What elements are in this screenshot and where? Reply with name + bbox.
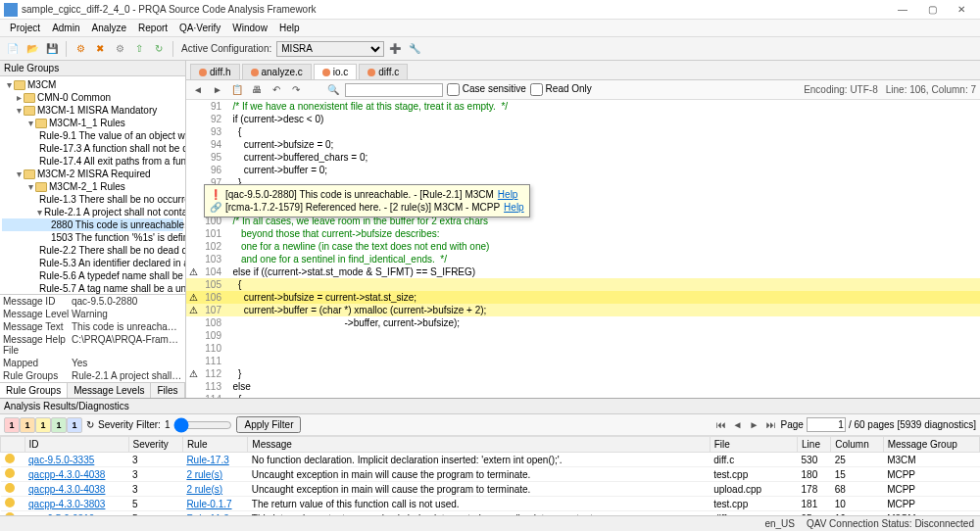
- tree-node[interactable]: ▾M3CM-2 MISRA Required: [2, 168, 183, 180]
- diagnostics-table[interactable]: IDSeverityRuleMessageFileLineColumnMessa…: [0, 436, 980, 524]
- severity-button-1[interactable]: 1: [4, 417, 20, 433]
- case-sensitive-checkbox[interactable]: Case sensitive: [447, 83, 526, 96]
- code-line[interactable]: 111: [186, 355, 980, 367]
- filter-refresh-icon[interactable]: ↻: [86, 419, 94, 430]
- maximize-button[interactable]: ▢: [917, 1, 947, 19]
- diag-row[interactable]: qacpp-4.3.0-403832 rule(s)Uncaught excep…: [1, 482, 980, 497]
- menu-admin[interactable]: Admin: [46, 21, 85, 35]
- diag-col-header[interactable]: Message Group: [883, 437, 979, 453]
- code-line[interactable]: 91 /* If we have a nonexistent file at t…: [186, 100, 980, 113]
- minimize-button[interactable]: —: [888, 1, 917, 19]
- page-next-icon[interactable]: ►: [748, 418, 761, 432]
- print-icon[interactable]: 🖶: [249, 82, 265, 98]
- upload-icon[interactable]: ⇧: [130, 40, 148, 58]
- menu-analyze[interactable]: Analyze: [85, 21, 132, 35]
- new-project-icon[interactable]: 📄: [4, 40, 22, 58]
- page-last-icon[interactable]: ⏭: [764, 418, 778, 432]
- tree-node[interactable]: Rule-5.3 An identifier declared in an in…: [2, 257, 183, 269]
- severity-slider[interactable]: [173, 417, 232, 433]
- page-prev-icon[interactable]: ◄: [731, 418, 745, 432]
- file-tab[interactable]: io.c: [314, 64, 358, 79]
- code-line[interactable]: 95 current->buffered_chars = 0;: [186, 151, 980, 164]
- page-first-icon[interactable]: ⏮: [714, 418, 728, 432]
- code-line[interactable]: 96 current->buffer = 0;: [186, 164, 980, 176]
- copy-icon[interactable]: 📋: [229, 82, 245, 98]
- severity-button-5[interactable]: 1: [67, 417, 82, 433]
- menu-help[interactable]: Help: [273, 21, 306, 35]
- clean-icon[interactable]: ✖: [91, 40, 109, 58]
- rule-tree[interactable]: ▾M3CM▸CMN-0 Common▾M3CM-1 MISRA Mandator…: [0, 76, 185, 294]
- left-tab[interactable]: Message Levels: [68, 383, 151, 398]
- diag-col-header[interactable]: [1, 437, 25, 453]
- tree-node[interactable]: Rule-17.3 A function shall not be declar…: [2, 142, 183, 155]
- severity-button-3[interactable]: 1: [35, 417, 51, 433]
- code-line[interactable]: 113 else: [186, 380, 980, 393]
- settings-icon[interactable]: ⚙: [111, 40, 128, 58]
- close-button[interactable]: ✕: [947, 1, 976, 19]
- diag-col-header[interactable]: ID: [24, 437, 128, 453]
- code-line[interactable]: ⚠107 current->buffer = (char *) xmalloc …: [186, 304, 980, 316]
- find-icon[interactable]: 🔍: [325, 82, 341, 98]
- left-tab[interactable]: Rule Groups: [0, 383, 68, 398]
- code-editor[interactable]: 91 /* If we have a nonexistent file at t…: [186, 100, 980, 398]
- code-line[interactable]: 110: [186, 342, 980, 355]
- left-tab[interactable]: Files: [151, 383, 184, 398]
- read-only-checkbox[interactable]: Read Only: [530, 83, 592, 96]
- code-line[interactable]: ⚠104 else if ((current->stat.st_mode & S…: [186, 266, 980, 278]
- code-line[interactable]: 94 current->bufsize = 0;: [186, 138, 980, 151]
- menu-window[interactable]: Window: [226, 21, 273, 35]
- code-line[interactable]: 108 ->buffer, current->bufsize);: [186, 316, 980, 329]
- code-line[interactable]: ⚠112 }: [186, 367, 980, 380]
- tree-node[interactable]: ▾Rule-2.1 A project shall not contain un…: [2, 206, 183, 218]
- diag-col-header[interactable]: Column: [831, 437, 883, 453]
- file-tab[interactable]: diff.h: [190, 64, 240, 79]
- diag-row[interactable]: qacpp-4.3.0-38035Rule-0.1.7The return va…: [1, 497, 980, 511]
- redo-icon[interactable]: ↷: [288, 82, 304, 98]
- file-tab[interactable]: diff.c: [359, 64, 408, 79]
- help-link[interactable]: Help: [504, 202, 524, 213]
- tree-node[interactable]: ▾M3CM-1 MISRA Mandatory: [2, 104, 183, 117]
- help-link[interactable]: Help: [498, 189, 518, 200]
- tree-node[interactable]: Rule-1.3 There shall be no occurrence of…: [2, 193, 183, 206]
- nav-fwd-icon[interactable]: ►: [210, 82, 225, 98]
- tree-node[interactable]: Rule-17.4 All exit paths from a function…: [2, 155, 183, 168]
- tree-node[interactable]: Rule-9.1 The value of an object with aut…: [2, 129, 183, 142]
- nav-back-icon[interactable]: ◄: [190, 82, 206, 98]
- menu-report[interactable]: Report: [132, 21, 173, 35]
- config-tool-icon[interactable]: 🔧: [406, 40, 423, 58]
- tree-node[interactable]: ▸CMN-0 Common: [2, 91, 183, 104]
- menu-project[interactable]: Project: [4, 21, 46, 35]
- code-line[interactable]: 114 {: [186, 393, 980, 398]
- code-line[interactable]: 103 and one for a sentinel in find_ident…: [186, 253, 980, 266]
- tree-node[interactable]: ▾M3CM: [2, 78, 183, 91]
- code-line[interactable]: 109: [186, 329, 980, 342]
- refresh-icon[interactable]: ↻: [150, 40, 168, 58]
- tree-node[interactable]: Rule-5.6 A typedef name shall be a uniqu…: [2, 269, 183, 282]
- file-tab[interactable]: analyze.c: [242, 64, 312, 79]
- tree-node[interactable]: ▾M3CM-2_1 Rules: [2, 180, 183, 193]
- diag-col-header[interactable]: Line: [798, 437, 831, 453]
- menu-qa·verify[interactable]: QA·Verify: [173, 21, 226, 35]
- diag-col-header[interactable]: Severity: [128, 437, 182, 453]
- analyze-icon[interactable]: ⚙: [72, 40, 89, 58]
- config-gear-icon[interactable]: ➕: [386, 40, 404, 58]
- code-line[interactable]: 102 one for a newline (in case the text …: [186, 240, 980, 253]
- apply-filter-button[interactable]: Apply Filter: [236, 416, 301, 433]
- diag-col-header[interactable]: File: [710, 437, 797, 453]
- diag-col-header[interactable]: Message: [248, 437, 710, 453]
- open-project-icon[interactable]: 📂: [24, 40, 41, 58]
- active-config-select[interactable]: MISRA: [276, 41, 384, 57]
- tree-node[interactable]: ▾M3CM-1_1 Rules: [2, 117, 183, 129]
- find-input[interactable]: [345, 83, 443, 97]
- code-line[interactable]: 101 beyond those that current->bufsize d…: [186, 227, 980, 240]
- diag-row[interactable]: qac-9.5.0-33353Rule-17.3No function decl…: [1, 453, 980, 467]
- tree-node[interactable]: 1503 The function '%1s' is defined but i…: [2, 231, 183, 244]
- tree-node[interactable]: 2880 This code is unreachable.: [2, 218, 183, 231]
- save-icon[interactable]: 💾: [43, 40, 61, 58]
- undo-icon[interactable]: ↶: [269, 82, 284, 98]
- tree-node[interactable]: Rule-2.2 There shall be no dead code: [2, 244, 183, 257]
- tree-node[interactable]: Rule-5.7 A tag name shall be a unique id…: [2, 282, 183, 294]
- page-input[interactable]: [807, 417, 846, 432]
- severity-button-2[interactable]: 1: [20, 417, 35, 433]
- code-line[interactable]: 92 if (current->desc < 0): [186, 113, 980, 125]
